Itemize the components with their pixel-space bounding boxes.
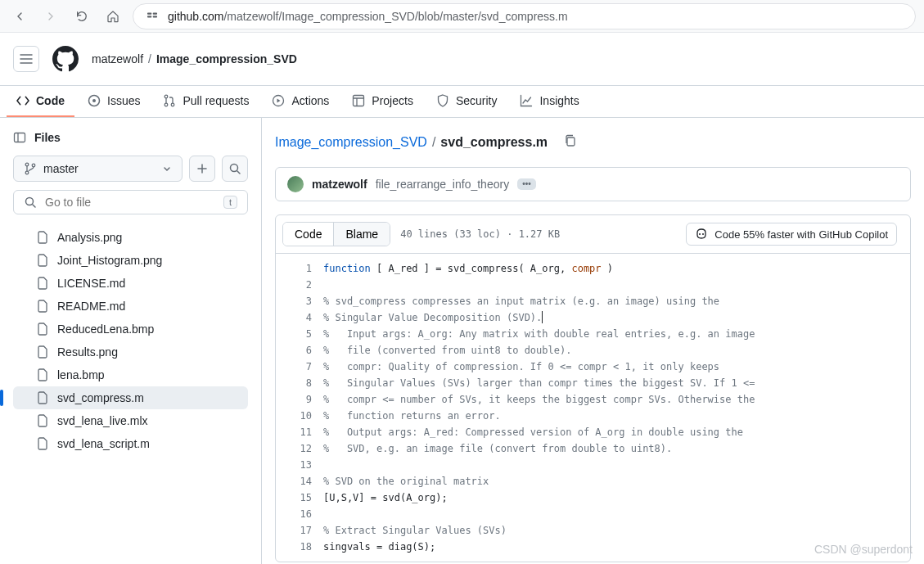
- file-tree-item[interactable]: Results.png: [13, 341, 248, 363]
- file-name: README.md: [57, 300, 125, 313]
- file-tree-item[interactable]: ReducedLena.bmp: [13, 318, 248, 341]
- file-name: Joint_Histogram.png: [57, 254, 162, 267]
- site-settings-icon: [145, 9, 160, 24]
- file-name: Results.png: [57, 345, 118, 359]
- commit-more-button[interactable]: •••: [517, 178, 536, 190]
- file-icon: [36, 368, 49, 381]
- file-tree-item[interactable]: svd_lena_live.mlx: [13, 409, 248, 432]
- branch-selector[interactable]: master: [13, 156, 183, 182]
- file-content: Image_compression_SVD / svd_compress.m m…: [262, 118, 924, 564]
- svg-point-16: [26, 198, 34, 205]
- last-commit[interactable]: matzewolf file_rearrange_info_theory •••: [275, 167, 911, 201]
- svg-point-15: [231, 165, 238, 172]
- file-name: svd_lena_script.m: [57, 437, 150, 450]
- address-bar[interactable]: github.com/matzewolf/Image_compression_S…: [133, 3, 916, 29]
- svg-rect-10: [354, 96, 364, 106]
- tab-security[interactable]: Security: [426, 86, 507, 117]
- search-button[interactable]: [222, 156, 248, 182]
- file-tree-item[interactable]: Joint_Histogram.png: [13, 249, 248, 272]
- svg-rect-1: [147, 16, 151, 17]
- branch-icon: [24, 162, 37, 175]
- copilot-badge[interactable]: Code 55% faster with GitHub Copilot: [686, 223, 897, 246]
- code-toolbar: Code Blame 40 lines (33 loc) · 1.27 KB C…: [276, 215, 910, 254]
- code-viewer: Code Blame 40 lines (33 loc) · 1.27 KB C…: [275, 214, 911, 562]
- file-icon: [36, 391, 49, 404]
- file-filter-kbd: t: [223, 196, 237, 209]
- blame-tab-button[interactable]: Blame: [334, 223, 390, 246]
- code-area[interactable]: 123456789101112131415161718 function [ A…: [276, 254, 910, 562]
- file-icon: [36, 254, 49, 267]
- file-tree-item[interactable]: LICENSE.md: [13, 272, 248, 295]
- copy-path-button[interactable]: [561, 131, 580, 154]
- file-name: svd_compress.m: [57, 391, 144, 404]
- file-tree-item[interactable]: svd_compress.m: [13, 386, 248, 409]
- tab-pull-requests[interactable]: Pull requests: [153, 86, 259, 117]
- repo-name-link[interactable]: Image_compression_SVD: [156, 52, 297, 65]
- tab-issues[interactable]: Issues: [78, 86, 150, 117]
- file-icon: [36, 231, 49, 244]
- sidebar-title: Files: [34, 131, 61, 144]
- tab-insights[interactable]: Insights: [510, 86, 588, 117]
- file-icon: [36, 414, 49, 427]
- code-icon: [16, 94, 29, 107]
- svg-rect-2: [153, 12, 157, 14]
- browser-toolbar: github.com/matzewolf/Image_compression_S…: [0, 0, 924, 33]
- svg-point-14: [32, 164, 35, 167]
- commit-message[interactable]: file_rearrange_info_theory: [376, 178, 509, 191]
- file-tree-item[interactable]: lena.bmp: [13, 363, 248, 386]
- file-tree-item[interactable]: README.md: [13, 295, 248, 318]
- svg-point-7: [165, 103, 169, 106]
- hamburger-button[interactable]: [13, 46, 39, 72]
- chevron-down-icon: [162, 164, 172, 174]
- back-button[interactable]: [8, 5, 31, 28]
- sidebar-collapse-icon[interactable]: [13, 131, 26, 144]
- reload-button[interactable]: [70, 5, 93, 28]
- line-numbers: 123456789101112131415161718: [276, 254, 323, 562]
- issue-icon: [88, 94, 101, 107]
- repo-navigation: Code Issues Pull requests Actions Projec…: [0, 86, 924, 118]
- breadcrumb-current: svd_compress.m: [440, 135, 548, 150]
- file-icon: [36, 345, 49, 359]
- file-tree-sidebar: Files master t Analysis.pngJoint_Histogr…: [0, 118, 262, 564]
- svg-point-19: [702, 233, 704, 235]
- file-tree: Analysis.pngJoint_Histogram.pngLICENSE.m…: [13, 226, 248, 455]
- svg-point-6: [165, 95, 169, 98]
- tab-projects[interactable]: Projects: [342, 86, 423, 117]
- svg-point-8: [172, 103, 175, 106]
- breadcrumb-root[interactable]: Image_compression_SVD: [275, 135, 427, 150]
- home-button[interactable]: [101, 5, 124, 28]
- graph-icon: [520, 94, 533, 107]
- pr-icon: [163, 94, 176, 107]
- file-filter-input[interactable]: [45, 196, 215, 209]
- project-icon: [352, 94, 365, 107]
- svg-rect-17: [567, 138, 575, 146]
- file-tree-item[interactable]: svd_lena_script.m: [13, 432, 248, 455]
- file-icon: [36, 323, 49, 336]
- github-header: matzewolf / Image_compression_SVD: [0, 33, 924, 86]
- file-name: svd_lena_live.mlx: [57, 414, 148, 427]
- shield-icon: [436, 94, 449, 107]
- svg-point-18: [699, 233, 701, 235]
- file-icon: [36, 300, 49, 313]
- file-icon: [36, 277, 49, 290]
- svg-rect-3: [153, 16, 157, 17]
- forward-button[interactable]: [39, 5, 62, 28]
- add-file-button[interactable]: [189, 156, 215, 182]
- search-icon: [24, 196, 37, 209]
- code-tab-button[interactable]: Code: [283, 223, 334, 246]
- tab-code[interactable]: Code: [7, 86, 74, 117]
- file-info: 40 lines (33 loc) · 1.27 KB: [400, 228, 560, 240]
- github-logo-icon[interactable]: [52, 46, 79, 72]
- avatar[interactable]: [287, 176, 304, 192]
- breadcrumb: Image_compression_SVD / svd_compress.m: [275, 131, 911, 154]
- file-filter[interactable]: t: [13, 190, 248, 214]
- file-tree-item[interactable]: Analysis.png: [13, 226, 248, 249]
- svg-rect-0: [147, 12, 151, 14]
- repo-owner-link[interactable]: matzewolf: [92, 52, 143, 65]
- tab-actions[interactable]: Actions: [262, 86, 339, 117]
- code-lines[interactable]: function [ A_red ] = svd_compress( A_org…: [323, 254, 755, 562]
- svg-rect-11: [15, 133, 25, 142]
- commit-author[interactable]: matzewolf: [312, 178, 367, 191]
- file-name: lena.bmp: [57, 368, 105, 381]
- play-icon: [272, 94, 285, 107]
